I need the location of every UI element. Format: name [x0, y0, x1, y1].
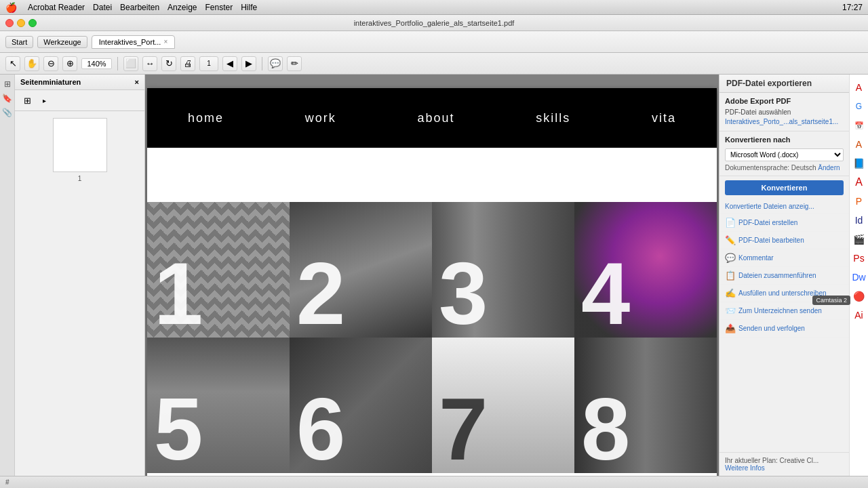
acrobat-icon-5[interactable]: 📘 — [852, 156, 867, 171]
comment-tool-button[interactable]: 💬 — [268, 56, 283, 71]
app-wrapper: 🍎 Acrobat Reader Datei Bearbeiten Anzeig… — [0, 0, 868, 488]
grid-cell-6[interactable]: 6 — [290, 338, 432, 473]
apple-icon[interactable]: 🍎 — [5, 2, 17, 13]
create-pdf-label: PDF-Datei erstellen — [738, 219, 797, 226]
menu-hilfe[interactable]: Hilfe — [241, 3, 257, 12]
menu-datei[interactable]: Datei — [93, 3, 112, 12]
sidebar-icon-pages[interactable]: ⊞ — [1, 78, 14, 90]
sidebar-icon-bookmarks[interactable]: 🔖 — [1, 92, 14, 104]
acrobat-icon-7[interactable]: P — [852, 194, 867, 209]
tab-label: Interaktives_Port... — [99, 38, 161, 46]
acrobat-icon-2[interactable]: G — [852, 99, 867, 114]
grid-cell-1[interactable]: 1 — [147, 202, 290, 338]
more-info-link[interactable]: Weitere Infos — [725, 464, 765, 472]
werkzeuge-button[interactable]: Werkzeuge — [37, 36, 87, 48]
send-sign-link[interactable]: 📨 Zum Unterzeichnen senden Camtasia 2 — [719, 302, 849, 320]
grid-cell-7[interactable]: 7 — [432, 338, 574, 473]
acrobat-icon-6[interactable]: A — [852, 175, 867, 190]
grid-cell-2[interactable]: 2 — [290, 202, 432, 338]
acrobat-icon-9[interactable]: 🎬 — [852, 232, 867, 247]
acrobat-icon-13[interactable]: Ai — [852, 308, 867, 323]
window-title: interaktives_Portfolio_galerie_als_start… — [354, 19, 515, 27]
merge-icon: 📋 — [725, 270, 736, 281]
edit-pdf-link[interactable]: ✏️ PDF-Datei bearbeiten — [719, 232, 849, 249]
grid-cell-3[interactable]: 3 — [432, 202, 574, 338]
separator-2 — [262, 57, 262, 70]
acrobat-icon-4[interactable]: A — [852, 137, 867, 152]
minimize-window-button[interactable] — [17, 19, 25, 27]
tab-close-button[interactable]: × — [163, 38, 167, 45]
panel-icons: ⊞ ▸ — [15, 90, 144, 111]
zoom-in-button[interactable]: ⊕ — [62, 56, 77, 71]
nav-vita[interactable]: vita — [652, 111, 676, 125]
comment-icon: 💬 — [725, 253, 736, 263]
pdf-viewer[interactable]: home work about skills vita 1 — [145, 75, 719, 476]
nav-about[interactable]: about — [417, 111, 454, 125]
right-sidebar-icons: A G 📅 A 📘 A P Id 🎬 Ps Dw 🔴 Ai — [849, 75, 868, 476]
send-track-label: Senden und verfolgen — [738, 325, 805, 332]
right-panel: PDF-Datei exportieren Adobe Export PDF P… — [719, 75, 849, 476]
convert-format-select[interactable]: Microsoft Word (.docx) — [725, 148, 844, 161]
close-window-button[interactable] — [5, 19, 14, 27]
pdf-filename: Interaktives_Porto_...als_startseite1... — [725, 117, 844, 127]
cursor-tool-button[interactable]: ↖ — [5, 56, 20, 71]
prev-page-button[interactable]: ◀ — [222, 56, 237, 71]
menu-anzeige[interactable]: Anzeige — [167, 3, 197, 12]
grid-num-5: 5 — [147, 385, 203, 473]
fit-page-button[interactable]: ⬜ — [123, 56, 138, 71]
panel-options-icon[interactable]: ▸ — [37, 94, 51, 107]
sidebar-icon-attachments[interactable]: 📎 — [1, 106, 14, 119]
menu-acrobat[interactable]: Acrobat Reader — [28, 3, 85, 12]
zoom-value[interactable]: 140% — [81, 58, 112, 69]
acrobat-icon-11[interactable]: Dw — [852, 270, 867, 285]
content-row: ⊞ 🔖 📎 Seitenminiaturen × ⊞ ▸ 1 — [0, 75, 868, 476]
acrobat-icon-3[interactable]: 📅 — [852, 118, 867, 133]
grid-cell-4[interactable]: 4 — [574, 202, 717, 338]
nav-work[interactable]: work — [305, 111, 336, 125]
acrobat-icon-12[interactable]: 🔴 — [852, 289, 867, 304]
current-plan-label: Ihr aktueller Plan: Creative Cl... — [725, 457, 844, 464]
pen-tool-button[interactable]: ✏ — [287, 56, 302, 71]
page-input[interactable]: 1 — [199, 56, 218, 71]
grid-num-7: 7 — [432, 385, 488, 473]
send-track-link[interactable]: 📤 Senden und verfolgen — [719, 320, 849, 338]
acrobat-titlebar: interaktives_Portfolio_galerie_als_start… — [0, 15, 868, 31]
converted-files-link[interactable]: Konvertierte Dateien anzeig... — [719, 199, 849, 214]
converted-files-label: Konvertierte Dateien anzeig... — [725, 203, 814, 210]
grid-cell-5[interactable]: 5 — [147, 338, 290, 473]
menu-fenster[interactable]: Fenster — [205, 3, 233, 12]
clock: 17:27 — [842, 3, 863, 12]
change-language-link[interactable]: Ändern — [818, 164, 840, 171]
fit-width-button[interactable]: ↔ — [142, 56, 157, 71]
page-thumbnail[interactable] — [53, 118, 107, 172]
hand-tool-button[interactable]: ✋ — [24, 56, 39, 71]
panel-header: Seitenminiaturen × — [15, 75, 144, 90]
print-button[interactable]: 🖨 — [180, 56, 195, 71]
maximize-window-button[interactable] — [28, 19, 37, 27]
convert-section: Konvertieren nach Microsoft Word (.docx)… — [719, 131, 849, 176]
next-page-button[interactable]: ▶ — [241, 56, 256, 71]
rotate-button[interactable]: ↻ — [161, 56, 176, 71]
convert-button[interactable]: Konvertieren — [725, 180, 844, 195]
create-pdf-link[interactable]: 📄 PDF-Datei erstellen — [719, 214, 849, 232]
acrobat-icon-1[interactable]: A — [852, 80, 867, 95]
acrobat-icon-8[interactable]: Id — [852, 213, 867, 228]
adobe-export-pdf-label: Adobe Export PDF — [725, 97, 844, 105]
menu-bearbeiten[interactable]: Bearbeiten — [120, 3, 159, 12]
zoom-out-button[interactable]: ⊖ — [43, 56, 58, 71]
document-tab[interactable]: Interaktives_Port... × — [92, 35, 176, 49]
grid-cell-8[interactable]: 8 — [574, 338, 717, 473]
panel-close-button[interactable]: × — [135, 78, 139, 86]
comment-link[interactable]: 💬 Kommentar — [719, 249, 849, 267]
nav-home[interactable]: home — [188, 111, 224, 125]
merge-files-link[interactable]: 📋 Dateien zusammenführen — [719, 267, 849, 285]
start-button[interactable]: Start — [5, 36, 33, 48]
acrobat-icon-10[interactable]: Ps — [852, 251, 867, 266]
statusbar: # — [0, 476, 868, 488]
thumb-page-label: 1 — [78, 175, 82, 182]
right-panel-header: PDF-Datei exportieren — [719, 75, 849, 93]
panel-grid-icon[interactable]: ⊞ — [20, 94, 34, 107]
nav-skills[interactable]: skills — [536, 111, 570, 125]
toolbar-row2: ↖ ✋ ⊖ ⊕ 140% ⬜ ↔ ↻ 🖨 1 ◀ ▶ 💬 ✏ — [0, 53, 868, 75]
pdf-nav-bar: home work about skills vita — [147, 88, 717, 148]
